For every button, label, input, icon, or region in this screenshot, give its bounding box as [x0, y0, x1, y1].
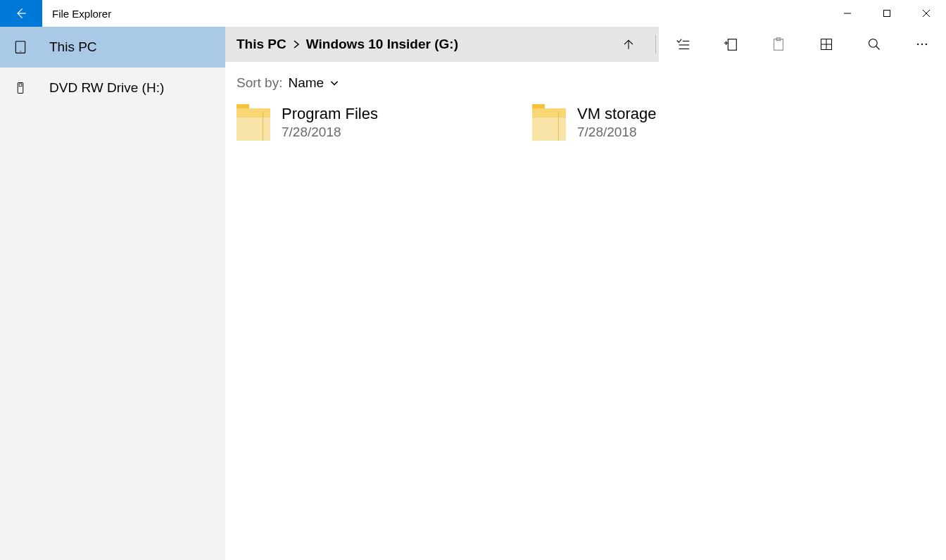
svg-point-6 — [20, 51, 20, 51]
close-icon — [922, 9, 931, 18]
breadcrumb-part[interactable]: This PC — [237, 37, 286, 52]
new-item-button[interactable] — [707, 27, 755, 62]
sidebar-item-dvd-drive[interactable]: DVD RW Drive (H:) — [0, 68, 225, 108]
breadcrumb-part[interactable]: Windows 10 Insider (G:) — [306, 37, 458, 52]
search-button[interactable] — [850, 27, 898, 62]
sort-value: Name — [288, 75, 324, 91]
main-area: This PC Windows 10 Insider (G:) — [225, 27, 946, 560]
item-name: Program Files — [282, 104, 378, 125]
select-button[interactable] — [659, 27, 707, 62]
maximize-icon — [883, 9, 891, 18]
sidebar-item-label: This PC — [49, 39, 97, 55]
folder-item[interactable]: VM storage 7/28/2018 — [532, 104, 786, 141]
clipboard-icon — [771, 37, 786, 52]
maximize-button[interactable] — [867, 0, 907, 27]
tablet-icon — [13, 39, 28, 55]
sort-label: Sort by: — [237, 75, 282, 91]
new-item-icon — [723, 37, 738, 52]
chevron-down-icon — [329, 78, 339, 88]
toolbar: This PC Windows 10 Insider (G:) — [225, 27, 946, 62]
view-button[interactable] — [802, 27, 850, 62]
breadcrumb[interactable]: This PC Windows 10 Insider (G:) — [225, 37, 458, 52]
svg-line-21 — [876, 46, 880, 50]
paste-button[interactable] — [755, 27, 802, 62]
minimize-button[interactable] — [828, 0, 867, 27]
svg-point-23 — [921, 44, 923, 45]
close-button[interactable] — [907, 0, 946, 27]
grid-icon — [819, 37, 833, 51]
folder-item[interactable]: Program Files 7/28/2018 — [237, 104, 490, 141]
svg-rect-2 — [884, 11, 890, 17]
minimize-icon — [843, 9, 852, 18]
sidebar-item-label: DVD RW Drive (H:) — [49, 80, 164, 96]
item-date: 7/28/2018 — [282, 125, 378, 140]
item-name: VM storage — [577, 104, 657, 125]
folder-icon — [237, 104, 270, 141]
up-button[interactable] — [605, 27, 652, 62]
content-area: Program Files 7/28/2018 VM storage 7/28/… — [225, 104, 946, 560]
item-date: 7/28/2018 — [577, 125, 657, 140]
sidebar-item-this-pc[interactable]: This PC — [0, 27, 225, 68]
arrow-up-icon — [622, 37, 636, 51]
sidebar: This PC DVD RW Drive (H:) — [0, 27, 225, 560]
more-icon — [915, 37, 929, 51]
arrow-left-icon — [14, 6, 28, 20]
titlebar: File Explorer — [0, 0, 946, 27]
drive-icon — [13, 80, 28, 96]
chevron-right-icon — [292, 40, 301, 49]
svg-rect-7 — [18, 83, 23, 94]
list-select-icon — [675, 37, 690, 52]
svg-rect-12 — [728, 39, 736, 51]
back-button[interactable] — [0, 0, 42, 27]
search-icon — [867, 37, 881, 51]
svg-rect-8 — [19, 84, 22, 87]
more-button[interactable] — [898, 27, 946, 62]
svg-point-24 — [926, 44, 927, 45]
svg-point-20 — [869, 39, 878, 48]
sort-bar[interactable]: Sort by: Name — [225, 62, 946, 104]
window-title: File Explorer — [42, 0, 828, 27]
folder-icon — [532, 104, 566, 141]
window-controls — [828, 0, 946, 27]
svg-point-22 — [917, 44, 919, 45]
toolbar-divider — [655, 35, 656, 53]
